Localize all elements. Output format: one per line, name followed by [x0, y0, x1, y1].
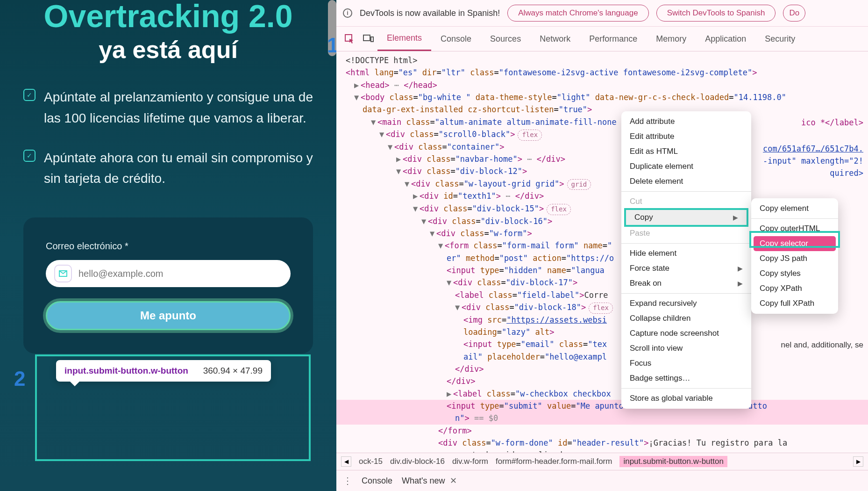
check-icon: ✓	[23, 150, 36, 162]
ctx-cut: Cut	[621, 194, 751, 209]
breadcrumb-right[interactable]: ▶	[853, 456, 863, 467]
ctx-copy[interactable]: Copy▶	[624, 208, 748, 227]
ctx-copy-outerhtml[interactable]: Copy outerHTML	[751, 221, 838, 236]
bullet-2: ✓ Apúntate ahora con tu email sin compro…	[23, 148, 313, 190]
ctx-expand[interactable]: Expand recursively	[621, 296, 751, 311]
ctx-copy-jspath[interactable]: Copy JS path	[751, 251, 838, 266]
ctx-duplicate[interactable]: Duplicate element	[621, 159, 751, 174]
svg-rect-2	[371, 37, 373, 42]
drawer: ⋮ Console What's new ✕	[336, 470, 868, 491]
ctx-badge[interactable]: Badge settings…	[621, 371, 751, 386]
envelope-icon	[54, 265, 72, 282]
ctx-copy-fullxpath[interactable]: Copy full XPath	[751, 296, 838, 311]
context-submenu: Copy element Copy outerHTML Copy selecto…	[751, 198, 838, 314]
signup-form: Correo electrónico * Me apunto	[23, 217, 313, 354]
tab-elements[interactable]: Elements	[377, 27, 431, 51]
breadcrumb-active[interactable]: input.submit-button.w-button	[619, 456, 727, 467]
tab-network[interactable]: Network	[530, 28, 580, 51]
ctx-add-attr[interactable]: Add attribute	[621, 114, 751, 129]
drawer-menu-icon[interactable]: ⋮	[343, 475, 352, 486]
ctx-focus[interactable]: Focus	[621, 356, 751, 371]
inspect-icon[interactable]	[340, 28, 359, 50]
hero-title: Overtracking 2.0	[23, 0, 313, 32]
ctx-hide[interactable]: Hide element	[621, 246, 751, 261]
ctx-edit-html[interactable]: Edit as HTML	[621, 144, 751, 159]
language-notice: i DevTools is now available in Spanish! …	[336, 0, 868, 27]
check-icon: ✓	[23, 89, 36, 101]
ctx-edit-attr[interactable]: Edit attribute	[621, 129, 751, 144]
bullet-1: ✓ Apúntate al prelanzamiento y consigue …	[23, 87, 313, 129]
email-field[interactable]	[78, 268, 282, 279]
hero-subtitle: ya está aquí	[23, 36, 313, 64]
breadcrumb-left[interactable]: ◀	[341, 456, 351, 467]
close-icon[interactable]: ✕	[450, 476, 457, 486]
website-preview: Overtracking 2.0 ya está aquí ✓ Apúntate…	[0, 0, 336, 491]
ctx-copy-selector[interactable]: Copy selector	[754, 236, 836, 251]
svg-rect-1	[363, 35, 370, 41]
tab-performance[interactable]: Performance	[580, 28, 647, 51]
tab-application[interactable]: Application	[696, 28, 755, 51]
device-icon[interactable]	[359, 28, 377, 50]
ctx-force-state[interactable]: Force state▶	[621, 261, 751, 276]
ctx-screenshot[interactable]: Capture node screenshot	[621, 326, 751, 341]
ctx-store[interactable]: Store as global variable	[621, 391, 751, 406]
element-tooltip: input.submit-button.w-button 360.94 × 47…	[56, 360, 271, 382]
email-input-wrap[interactable]	[46, 260, 291, 287]
match-language-button[interactable]: Always match Chrome's language	[507, 5, 648, 22]
info-icon: i	[343, 8, 352, 18]
dismiss-button[interactable]: Do	[783, 5, 805, 22]
email-label: Correo electrónico *	[46, 241, 291, 252]
ctx-copy-styles[interactable]: Copy styles	[751, 266, 838, 281]
tab-memory[interactable]: Memory	[647, 28, 696, 51]
ctx-scroll[interactable]: Scroll into view	[621, 341, 751, 356]
drawer-console[interactable]: Console	[362, 476, 392, 486]
ctx-paste: Paste	[621, 226, 751, 241]
ctx-collapse[interactable]: Collapse children	[621, 311, 751, 326]
submit-button[interactable]: Me apunto	[46, 301, 291, 330]
ctx-delete[interactable]: Delete element	[621, 174, 751, 189]
tab-security[interactable]: Security	[755, 28, 804, 51]
devtools-tabs: Elements Console Sources Network Perform…	[336, 27, 868, 51]
context-menu: Add attribute Edit attribute Edit as HTM…	[621, 111, 751, 409]
chevron-right-icon: ▶	[733, 214, 738, 221]
drawer-whatsnew[interactable]: What's new	[402, 476, 445, 486]
tab-console[interactable]: Console	[431, 28, 481, 51]
selected-element[interactable]: <input type="submit" value="Me apunto" c…	[336, 400, 868, 412]
annotation-2: 2	[14, 367, 25, 390]
breadcrumb: ◀ ock-15 div.div-block-16 div.w-form for…	[336, 453, 868, 470]
tab-sources[interactable]: Sources	[481, 28, 530, 51]
ctx-break-on[interactable]: Break on▶	[621, 276, 751, 291]
ctx-copy-xpath[interactable]: Copy XPath	[751, 281, 838, 296]
ctx-copy-element[interactable]: Copy element	[751, 201, 838, 216]
switch-language-button[interactable]: Switch DevTools to Spanish	[656, 5, 776, 22]
